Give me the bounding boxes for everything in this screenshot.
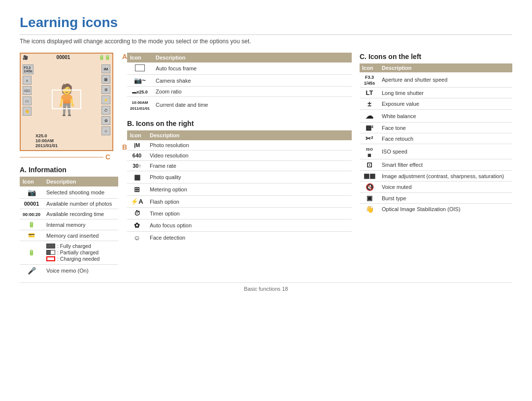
desc-cell: Face retouch [379, 133, 512, 144]
desc-cell: Flash option [147, 196, 352, 208]
camera-left-icons: F3.31/45s ± ISO ▭ 👋 [23, 64, 33, 116]
table-row: ⊞ Metering option [127, 184, 352, 196]
battery-icon: 🔋 [28, 249, 35, 255]
battery-full-item: : Fully charged [46, 243, 115, 249]
page-container: Learning icons The icons displayed will … [0, 0, 532, 302]
frame-rate-icon: 30↑ [133, 163, 141, 169]
section-b-header-icon: Icon [127, 130, 147, 140]
shoot-mode-icon: 📷 [28, 188, 36, 196]
icon-cell: 📷 [20, 186, 43, 199]
exposure-icon: ± [367, 100, 371, 108]
desc-cell: Optical Image Stabilization (OIS) [379, 204, 512, 215]
table-row: ✿ Auto focus option [127, 219, 352, 232]
cam-icon-grid2: ⊞ [101, 85, 110, 94]
voice-muted-icon: 🔇 [366, 183, 374, 191]
icon-cell: ☁ [360, 110, 379, 123]
icon-cell: ✿ [127, 219, 147, 232]
count-icon: 00001 [24, 201, 39, 207]
face-detect-icon: ☺ [133, 234, 140, 242]
cam-icon-flower: ✿ [101, 116, 110, 125]
table-row: 00001 Available number of photos [20, 199, 118, 209]
table-row: Auto focus frame [127, 62, 352, 75]
camera-count: 00001 [57, 55, 70, 60]
aperture-icon: F3.31/45s [364, 75, 375, 86]
table-row: ☺ Face detection [127, 232, 352, 244]
table-row: 🎤 Voice memo (On) [20, 265, 118, 277]
camera-top-bar: 🎥 00001 🔋🔋 [21, 54, 112, 61]
icon-cell: ▣ [360, 193, 379, 204]
af-option-icon: ✿ [134, 221, 140, 229]
table-row: 💳 Memory card inserted [20, 230, 118, 241]
iso-icon: ISO▦ [366, 147, 373, 157]
table-row: 00:00:20 Available recording time [20, 209, 118, 219]
img-adj-icon: ▦▦ [364, 172, 375, 180]
icon-cell: 🔋 [20, 219, 43, 230]
icon-cell: ISO▦ [360, 144, 379, 159]
ois-icon: 👋 [366, 205, 374, 213]
camera-zoom: X25.0 [35, 133, 47, 138]
focus-rect [52, 90, 81, 109]
icon-cell: ⏱ [127, 208, 147, 219]
desc-cell: Available number of photos [43, 199, 118, 209]
icon-cell: 00001 [20, 199, 43, 209]
table-row: ⏱ Timer option [127, 208, 352, 219]
card-icon: 💳 [28, 232, 35, 238]
section-a-header-desc: Description [43, 177, 118, 186]
c-label-row: C [20, 153, 118, 161]
voice-memo-icon: 🎤 [28, 267, 36, 275]
cam-icon-hand: 👋 [23, 107, 32, 116]
section-c-header-icon: Icon [360, 63, 379, 72]
table-row: ISO▦ ISO speed [360, 144, 512, 159]
cam-icon-flash: ⚡ [101, 95, 110, 104]
battery-empty-item: : Charging needed [46, 256, 115, 262]
section-c-title: C. Icons on the left [360, 53, 512, 61]
smart-filter-icon: ⊡ [366, 161, 372, 169]
icon-cell [127, 62, 153, 75]
icon-cell: 10:00AM2011/01/01 [127, 97, 153, 113]
camera-bottom-bar: X25.0 10:00AM 2011/01/01 [35, 133, 110, 148]
icon-cell: LT [360, 88, 379, 98]
face-retouch-icon: ✂² [366, 135, 373, 142]
section-a-table: Icon Description 📷 Selected shooting mod… [20, 177, 118, 277]
table-row: ± Exposure value [360, 98, 512, 110]
icon-cell: 💳 [20, 230, 43, 241]
table-row: 640 Video resolution [127, 151, 352, 161]
table-row: ✂² Face retouch [360, 133, 512, 144]
icon-cell: ▬x25.0 [127, 87, 153, 97]
desc-cell: Photo resolution [147, 140, 352, 151]
main-layout: 🎥 00001 🔋🔋 F3.31/45s ± ISO ▭ 👋 IM ▦ ⊞ [20, 53, 512, 277]
video-res-icon: 640 [133, 153, 141, 158]
desc-cell: Video resolution [147, 151, 352, 161]
icon-cell: ▦▦ [360, 171, 379, 182]
zoom-ratio-icon: ▬x25.0 [132, 90, 148, 94]
desc-cell: Burst type [379, 193, 512, 204]
icon-cell: 🔋 [20, 241, 43, 265]
desc-cell: Long time shutter [379, 88, 512, 98]
desc-cell: Zoom ratio [153, 87, 352, 97]
section-c-table: Icon Description F3.31/45s Aperture and … [360, 63, 512, 215]
icon-cell: ⚡A [127, 196, 147, 208]
battery-list: : Fully charged : Partially charged : Ch… [46, 243, 115, 262]
photo-quality-icon: ▦ [134, 173, 140, 181]
desc-cell: White balance [379, 110, 512, 123]
lt-icon: LT [366, 89, 373, 96]
label-b: B [122, 143, 127, 151]
sections-layout: Icon Description Auto focus frame 📷~ Cam… [127, 53, 512, 244]
icon-cell: 30↑ [127, 161, 147, 171]
metering-icon: ⊞ [134, 185, 140, 193]
icon-cell: 00:00:20 [20, 209, 43, 219]
camera-time: 10:00AM [35, 138, 54, 143]
desc-cell: Exposure value [379, 98, 512, 110]
icon-cell: ± [360, 98, 379, 110]
table-row: 📷 Selected shooting mode [20, 186, 118, 199]
section-a-header-icon: Icon [20, 177, 43, 186]
battery-full-icon [46, 244, 55, 248]
table-row: |M Photo resolution [127, 140, 352, 151]
cam-icon-timer: ⏱ [101, 106, 110, 115]
footer: Basic functions 18 [20, 282, 512, 292]
table-row: 🔋 Internal memory [20, 219, 118, 230]
table-row: ▣ Burst type [360, 193, 512, 204]
table-row: 30↑ Frame rate [127, 161, 352, 171]
battery-half-item: : Partially charged [46, 249, 115, 255]
table-row: 10:00AM2011/01/01 Current date and time [127, 97, 352, 113]
